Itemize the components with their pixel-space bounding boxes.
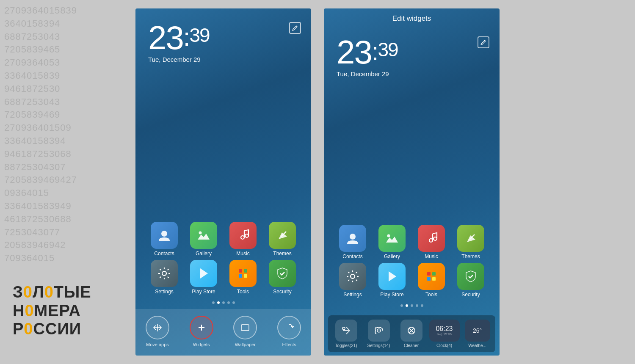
effects-icon (277, 316, 301, 339)
right-app-music-label: Music (425, 254, 438, 259)
app-themes[interactable]: Themes (265, 222, 301, 256)
widget-cleaner[interactable]: Cleaner (397, 320, 426, 348)
app-security-label: Security (273, 289, 291, 295)
phones-container: 23:39 Tue, December 29 (0, 0, 635, 364)
svg-point-10 (351, 274, 355, 279)
widget-clock[interactable]: 06:23 avg 15:06 Clock(4) (429, 320, 460, 348)
toggles-label: Toggles(21) (335, 343, 357, 348)
weather-temp: 26° (473, 327, 482, 334)
widget-settings[interactable]: Settings(14) (364, 320, 394, 348)
left-hours: 23 (148, 19, 183, 56)
wallpaper-label: Wallpaper (235, 342, 256, 347)
right-app-tools-label: Tools (425, 292, 437, 298)
right-clock-area: 23:39 Tue, December 29 (324, 23, 500, 77)
right-dot-4 (416, 304, 418, 307)
svg-point-9 (387, 234, 390, 237)
left-app-row-1: Contacts Gallery Music (140, 222, 307, 256)
left-clock-time: 23:39 (148, 21, 298, 54)
toolbar-wallpaper[interactable]: Wallpaper (233, 316, 257, 347)
right-app-playstore[interactable]: Play Store (374, 263, 410, 298)
right-phone-screen: Edit widgets 23:39 Tue, December 29 (324, 8, 500, 356)
dot-3 (222, 301, 225, 304)
right-dot-2 (406, 304, 408, 307)
app-contacts-label: Contacts (154, 251, 174, 256)
dot-5 (232, 301, 235, 304)
svg-point-15 (342, 327, 345, 330)
right-app-security-label: Security (461, 292, 480, 298)
cleaner-label: Cleaner (404, 343, 419, 348)
settings-widget-icon-box (368, 320, 390, 342)
left-bottom-toolbar: Move apps Widgets Wallpaper (135, 309, 311, 356)
dot-4 (227, 301, 230, 304)
widget-weather[interactable]: 26° Weathe... (463, 320, 492, 348)
toolbar-widgets[interactable]: Widgets (190, 316, 213, 347)
weather-widget-box: 26° (465, 320, 490, 342)
app-security[interactable]: Security (265, 260, 301, 295)
left-date: Tue, December 29 (148, 56, 298, 63)
left-app-grid: Contacts Gallery Music (135, 186, 311, 309)
move-apps-icon (146, 316, 169, 339)
right-dot-1 (400, 304, 403, 307)
right-app-settings-label: Settings (343, 292, 362, 298)
right-app-row-1: Contacts Gallery Music (328, 225, 495, 259)
app-contacts[interactable]: Contacts (146, 222, 182, 256)
toolbar-move-apps[interactable]: Move apps (146, 316, 169, 347)
svg-rect-4 (244, 269, 247, 273)
svg-rect-3 (239, 269, 242, 273)
dot-1 (212, 301, 215, 304)
right-app-tools[interactable]: Tools (414, 263, 450, 298)
app-tools-label: Tools (237, 289, 249, 295)
right-date: Tue, December 29 (337, 70, 487, 77)
left-minutes: 39 (189, 25, 209, 45)
svg-rect-12 (432, 272, 436, 276)
cleaner-icon-box (400, 320, 422, 342)
app-playstore[interactable]: Play Store (186, 260, 222, 295)
left-phone-screen: 23:39 Tue, December 29 (135, 8, 311, 356)
right-app-playstore-label: Play Store (380, 292, 403, 298)
wallpaper-icon (233, 316, 257, 339)
app-themes-label: Themes (273, 251, 291, 256)
right-app-contacts-label: Contacts (342, 254, 362, 259)
svg-rect-11 (427, 272, 431, 276)
right-app-grid: Contacts Gallery Music (324, 195, 500, 312)
svg-point-16 (377, 329, 381, 332)
right-page-dots (328, 304, 495, 307)
app-settings[interactable]: Settings (146, 260, 182, 295)
left-app-row-2: Settings Play Store (140, 260, 307, 295)
svg-point-1 (199, 232, 202, 234)
right-dot-5 (421, 304, 423, 307)
svg-rect-5 (239, 274, 242, 278)
brand-logo: З0Л0ТЫЕ Н0МЕРА Р0ССИИ (13, 283, 91, 339)
svg-rect-13 (427, 277, 431, 281)
left-clock-area: 23:39 Tue, December 29 (135, 8, 311, 63)
right-app-themes[interactable]: Themes (453, 225, 489, 259)
toolbar-effects[interactable]: Effects (277, 316, 301, 347)
right-app-themes-label: Themes (461, 254, 480, 259)
app-music[interactable]: Music (225, 222, 261, 256)
clock-widget-label: Clock(4) (436, 343, 452, 348)
widgets-icon (190, 316, 213, 339)
left-colon: : (183, 25, 190, 50)
right-app-settings[interactable]: Settings (335, 263, 371, 298)
app-gallery[interactable]: Gallery (186, 222, 222, 256)
right-app-security[interactable]: Security (453, 263, 489, 298)
left-edit-icon[interactable] (289, 22, 301, 34)
right-app-gallery[interactable]: Gallery (374, 225, 410, 259)
right-edit-icon[interactable] (478, 36, 489, 48)
move-apps-label: Move apps (146, 342, 169, 347)
left-page-dots (140, 301, 307, 304)
app-tools[interactable]: Tools (225, 260, 261, 295)
app-playstore-label: Play Store (192, 289, 215, 295)
right-app-row-2: Settings Play Store (328, 263, 495, 298)
right-minutes: 39 (378, 40, 398, 59)
svg-rect-7 (241, 325, 249, 331)
app-music-label: Music (236, 251, 249, 256)
dot-2 (217, 301, 220, 304)
settings-widget-label: Settings(14) (367, 343, 390, 348)
widget-toggles[interactable]: Toggles(21) (331, 320, 361, 348)
effects-label: Effects (282, 342, 296, 347)
clock-widget-box: 06:23 avg 15:06 (429, 320, 460, 342)
right-app-contacts[interactable]: Contacts (335, 225, 371, 259)
right-app-music[interactable]: Music (414, 225, 450, 259)
svg-rect-14 (432, 277, 436, 281)
